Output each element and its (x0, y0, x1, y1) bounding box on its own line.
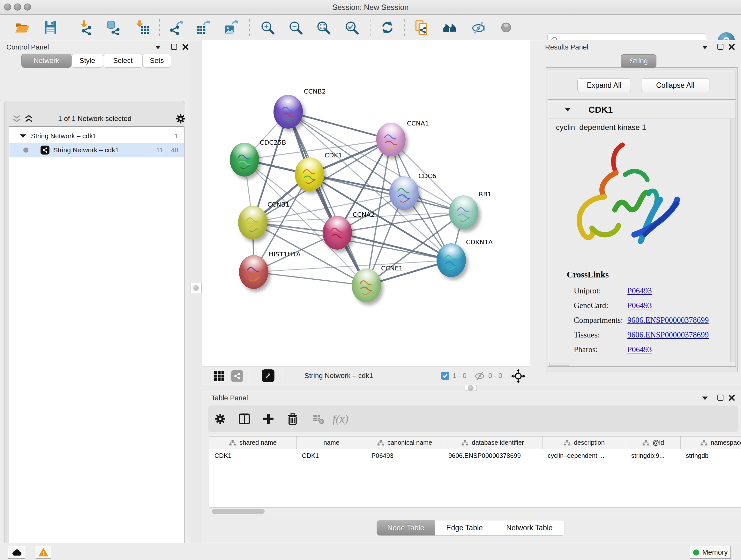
network-node-cdkn1a[interactable] (436, 243, 466, 277)
string-home-icon[interactable] (441, 18, 459, 37)
table-row[interactable]: CDK1CDK1P064939606.ENSP00000378699cyclin… (209, 449, 741, 462)
control-panel-close-icon[interactable] (182, 44, 189, 51)
crosslink-value[interactable]: P06493 (627, 287, 652, 295)
results-panel-float-icon[interactable] (718, 44, 724, 50)
tab-edge-table[interactable]: Edge Table (435, 520, 494, 536)
table-panel-menu-icon[interactable] (702, 396, 708, 400)
table-cell[interactable]: stringdb (681, 449, 741, 462)
tab-network[interactable]: Network (21, 54, 71, 68)
crosslink-value[interactable]: 9606.ENSP00000378699 (627, 330, 709, 339)
tab-select[interactable]: Select (103, 54, 143, 68)
card-vertical-scrollbar[interactable] (731, 119, 735, 362)
export-image-icon[interactable] (222, 18, 240, 37)
column-header[interactable]: canonical name (366, 436, 443, 449)
network-node-cdc25b[interactable] (230, 143, 259, 177)
zoom-selected-icon[interactable] (343, 18, 360, 37)
clone-network-icon[interactable] (413, 18, 431, 37)
table-cell[interactable]: 9606.ENSP00000378699 (443, 449, 542, 462)
delete-table-icon[interactable] (309, 410, 327, 428)
column-header[interactable]: description (542, 436, 626, 449)
tab-style[interactable]: Style (71, 54, 103, 68)
tree-row-network[interactable]: String Network – cdk1 11 48 (9, 143, 184, 158)
detach-view-icon[interactable] (262, 369, 274, 382)
column-header[interactable]: @id (626, 436, 681, 449)
export-network-icon[interactable] (166, 18, 185, 37)
tab-node-table[interactable]: Node Table (377, 520, 435, 536)
string-view-icon[interactable] (231, 370, 243, 382)
results-panel-close-icon[interactable] (728, 44, 735, 51)
card-horizontal-scrollbar[interactable] (549, 362, 569, 366)
table-cell[interactable]: P06493 (366, 449, 443, 462)
gene-card-header[interactable]: CDK1 (548, 101, 736, 118)
tree-expand-caret-icon[interactable] (20, 134, 26, 138)
column-header[interactable]: namespace (681, 436, 741, 449)
table-cell[interactable]: stringdb:9... (626, 449, 681, 462)
table-panel-close-icon[interactable] (728, 394, 735, 401)
gene-card-cdk1: CDK1 cyclin–dependent kinase 1 CrossLink… (548, 101, 736, 367)
add-column-icon[interactable] (259, 410, 277, 428)
show-all-icon[interactable] (497, 18, 515, 37)
tree-row-collection[interactable]: String Network – cdk1 1 (9, 129, 184, 143)
gear-icon[interactable] (175, 113, 186, 125)
network-node-ccna2[interactable] (323, 216, 352, 250)
warning-button[interactable] (36, 546, 51, 559)
left-splitter-handle[interactable] (190, 283, 202, 293)
crosslink-value[interactable]: P06493 (627, 345, 652, 354)
left-splitter[interactable] (189, 40, 202, 543)
import-database-icon[interactable] (104, 18, 122, 37)
tab-sets[interactable]: Sets (143, 54, 171, 68)
network-node-ccna1[interactable] (376, 123, 406, 157)
table-horizontal-scrollbar[interactable] (209, 507, 741, 515)
network-node-ccne1[interactable] (352, 268, 381, 302)
import-table-icon[interactable] (133, 18, 151, 37)
cloud-button[interactable] (8, 546, 25, 559)
zoom-in-icon[interactable] (259, 18, 276, 37)
save-session-icon[interactable] (42, 18, 59, 37)
column-header[interactable]: database identifier (443, 436, 542, 449)
network-node-rb1[interactable] (449, 195, 478, 229)
selected-nodes-checkbox[interactable] (441, 372, 449, 380)
hide-selected-icon[interactable] (469, 18, 487, 37)
table-scrollbar-thumb[interactable] (212, 509, 265, 514)
horizontal-splitter-handle[interactable] (465, 385, 477, 391)
memory-button[interactable]: Memory (690, 546, 731, 559)
refresh-icon[interactable] (379, 18, 396, 37)
results-panel-menu-icon[interactable] (702, 46, 708, 49)
column-header[interactable]: shared name (209, 436, 297, 449)
table-panel-float-icon[interactable] (718, 395, 724, 401)
expand-all-button[interactable]: Expand All (577, 78, 631, 92)
collapse-all-button[interactable]: Collapse All (641, 78, 710, 92)
tab-string[interactable]: String (621, 54, 657, 68)
table-cell[interactable]: cyclin–dependent ... (542, 449, 626, 462)
network-node-ccnb2[interactable] (273, 95, 303, 129)
birds-eye-icon[interactable] (511, 368, 526, 384)
tab-network-table[interactable]: Network Table (494, 520, 564, 536)
table-gear-icon[interactable] (211, 410, 229, 428)
table-cell[interactable]: CDK1 (209, 449, 297, 462)
grid-view-icon[interactable] (214, 371, 225, 381)
open-session-icon[interactable] (13, 18, 31, 37)
zoom-fit-icon[interactable] (314, 18, 332, 37)
control-panel-menu-icon[interactable] (155, 46, 161, 49)
export-table-icon[interactable] (194, 18, 212, 37)
table-cell[interactable]: CDK1 (297, 449, 366, 462)
crosslink-value[interactable]: P06493 (627, 301, 652, 310)
network-node-hist1h1a[interactable] (239, 255, 268, 289)
network-node-ccnb1[interactable] (238, 206, 267, 240)
column-header[interactable]: name (297, 436, 366, 449)
network-edge[interactable] (254, 272, 366, 286)
network-node-cdc6[interactable] (389, 176, 419, 210)
zoom-out-icon[interactable] (286, 18, 305, 37)
show-columns-icon[interactable] (235, 410, 253, 428)
network-edge[interactable] (288, 112, 366, 286)
import-network-icon[interactable] (77, 18, 95, 37)
network-node-label: CCNE1 (381, 264, 403, 272)
crosslink-value[interactable]: 9606.ENSP00000378699 (627, 316, 709, 325)
network-canvas[interactable]: CCNB2 CCNA1 CDC25B CDK1 CDC6 RB1 CCNB1 C… (202, 40, 530, 367)
delete-column-icon[interactable] (284, 410, 301, 428)
column-hierarchy-icon (700, 440, 708, 446)
gene-card-caret-icon[interactable] (565, 108, 570, 111)
horizontal-splitter[interactable] (202, 385, 741, 391)
network-node-cdk1[interactable] (295, 158, 324, 191)
control-panel-float-icon[interactable] (171, 44, 177, 50)
